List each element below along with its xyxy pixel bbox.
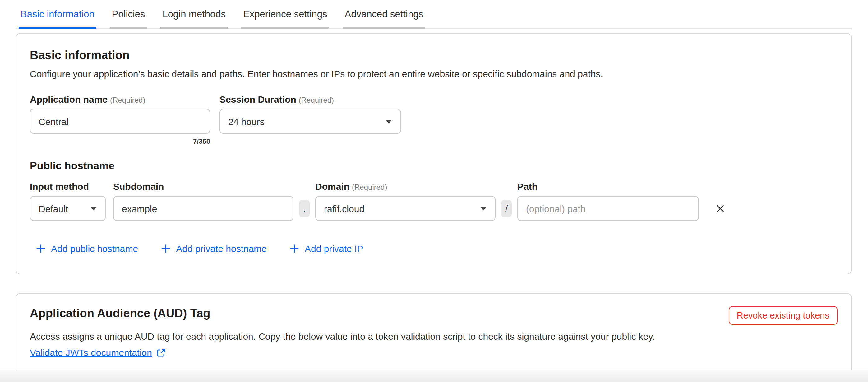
character-counter: 7/350 xyxy=(30,138,210,145)
application-settings-page: Basic information Policies Login methods… xyxy=(0,0,868,382)
external-link-icon xyxy=(156,348,165,357)
session-duration-label: Session Duration(Required) xyxy=(219,94,401,105)
slash-separator: / xyxy=(501,200,512,217)
dot-separator: . xyxy=(299,200,310,217)
path-input[interactable] xyxy=(517,196,699,221)
application-name-label-text: Application name xyxy=(30,94,107,105)
application-name-input[interactable] xyxy=(30,109,210,134)
name-duration-row: Application name(Required) 7/350 Session… xyxy=(30,94,838,145)
validate-jwts-link[interactable]: Validate JWTs documentation xyxy=(30,347,165,358)
tab-advanced-settings[interactable]: Advanced settings xyxy=(343,9,425,29)
application-name-field: Application name(Required) 7/350 xyxy=(30,94,210,145)
subdomain-input[interactable] xyxy=(113,196,293,221)
application-name-label: Application name(Required) xyxy=(30,94,210,105)
add-private-hostname-label: Add private hostname xyxy=(176,243,267,254)
aud-tag-card: Application Audience (AUD) Tag Revoke ex… xyxy=(16,293,852,382)
path-label: Path xyxy=(517,181,699,192)
tab-basic-information[interactable]: Basic information xyxy=(19,9,96,29)
input-method-value: Default xyxy=(38,203,68,214)
domain-required-hint: (Required) xyxy=(352,183,387,192)
aud-card-title: Application Audience (AUD) Tag xyxy=(30,306,211,320)
aud-card-description: Access assigns a unique AUD tag for each… xyxy=(30,330,838,343)
plus-icon xyxy=(290,244,299,253)
basic-information-card: Basic information Configure your applica… xyxy=(16,33,852,274)
tab-bar: Basic information Policies Login methods… xyxy=(16,0,852,29)
domain-field: Domain(Required) rafif.cloud xyxy=(315,181,496,221)
plus-icon xyxy=(36,244,45,253)
add-private-ip-label: Add private IP xyxy=(305,243,363,254)
session-duration-value: 24 hours xyxy=(228,116,265,127)
application-name-required-hint: (Required) xyxy=(110,96,145,105)
close-icon xyxy=(716,204,725,213)
public-hostname-row: Input method Default Subdomain . Domain(… xyxy=(30,181,838,221)
slash-separator-wrap: / xyxy=(501,196,512,221)
tab-policies[interactable]: Policies xyxy=(110,9,147,29)
subdomain-label: Subdomain xyxy=(113,181,293,192)
add-links-row: Add public hostname Add private hostname… xyxy=(36,243,838,254)
input-method-label: Input method xyxy=(30,181,106,192)
page-bottom-strip xyxy=(0,370,868,382)
subdomain-field: Subdomain xyxy=(113,181,293,221)
chevron-down-icon xyxy=(90,206,97,211)
revoke-tokens-button[interactable]: Revoke existing tokens xyxy=(729,306,838,325)
session-duration-field: Session Duration(Required) 24 hours xyxy=(219,94,401,145)
validate-jwts-link-text: Validate JWTs documentation xyxy=(30,347,152,358)
session-duration-label-text: Session Duration xyxy=(219,94,296,105)
remove-hostname-button[interactable] xyxy=(714,203,726,214)
add-public-hostname-label: Add public hostname xyxy=(51,243,138,254)
add-private-hostname-link[interactable]: Add private hostname xyxy=(161,243,267,254)
basic-information-title: Basic information xyxy=(30,48,838,62)
session-duration-required-hint: (Required) xyxy=(299,96,334,105)
input-method-select[interactable]: Default xyxy=(30,196,106,221)
public-hostname-title: Public hostname xyxy=(30,160,838,172)
plus-icon xyxy=(161,244,170,253)
domain-label: Domain(Required) xyxy=(315,181,496,192)
add-private-ip-link[interactable]: Add private IP xyxy=(290,243,363,254)
chevron-down-icon xyxy=(385,119,392,123)
tab-experience-settings[interactable]: Experience settings xyxy=(241,9,329,29)
basic-information-description: Configure your application’s basic detai… xyxy=(30,68,838,80)
dot-separator-wrap: . xyxy=(299,196,310,221)
tab-login-methods[interactable]: Login methods xyxy=(161,9,227,29)
session-duration-select[interactable]: 24 hours xyxy=(219,109,401,134)
path-field: Path xyxy=(517,181,699,221)
aud-card-header: Application Audience (AUD) Tag Revoke ex… xyxy=(30,306,838,325)
domain-value: rafif.cloud xyxy=(324,203,364,214)
domain-label-text: Domain xyxy=(315,181,349,192)
add-public-hostname-link[interactable]: Add public hostname xyxy=(36,243,138,254)
input-method-field: Input method Default xyxy=(30,181,106,221)
remove-hostname-wrap xyxy=(714,196,726,221)
domain-select[interactable]: rafif.cloud xyxy=(315,196,496,221)
chevron-down-icon xyxy=(480,206,487,211)
